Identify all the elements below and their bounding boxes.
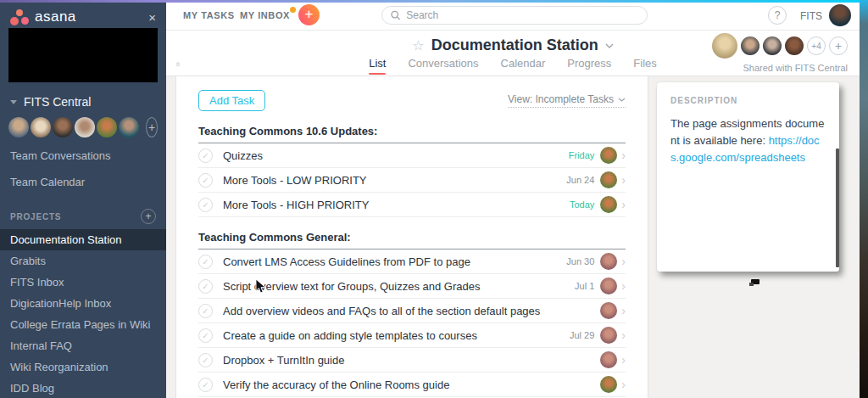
assignee-avatar[interactable] bbox=[600, 277, 617, 294]
complete-check-icon[interactable]: ✓ bbox=[198, 378, 213, 392]
nav-my-tasks[interactable]: MY TASKS bbox=[183, 10, 235, 20]
task-name[interactable]: Quizzes bbox=[223, 149, 569, 162]
task-row[interactable]: ✓ More Tools - LOW PRIORITY Jun 24 › bbox=[198, 168, 626, 193]
sidebar-project-item[interactable]: IDD Blog bbox=[0, 378, 166, 398]
assignee-avatar[interactable] bbox=[600, 376, 617, 393]
title-chevron-down-icon[interactable] bbox=[605, 43, 614, 48]
add-member-button[interactable]: + bbox=[829, 36, 848, 55]
row-chevron-icon[interactable]: › bbox=[621, 255, 626, 267]
assignee-avatar[interactable] bbox=[600, 196, 617, 213]
complete-check-icon[interactable]: ✓ bbox=[198, 198, 213, 212]
user-avatar[interactable] bbox=[829, 4, 851, 26]
avatar[interactable] bbox=[53, 117, 73, 137]
sidebar-project-item[interactable]: Grabits bbox=[0, 250, 166, 272]
tab-files[interactable]: Files bbox=[633, 57, 656, 70]
task-name[interactable]: Add overview videos and FAQs to all of t… bbox=[223, 305, 594, 317]
tab-progress[interactable]: Progress bbox=[567, 57, 611, 70]
member-avatar[interactable] bbox=[741, 36, 760, 55]
new-task-button[interactable]: + bbox=[298, 4, 320, 25]
chevron-down-icon bbox=[618, 98, 626, 102]
row-chevron-icon[interactable]: › bbox=[621, 199, 626, 210]
task-row[interactable]: ✓ Dropbox + TurnItIn guide › bbox=[198, 348, 626, 373]
complete-check-icon[interactable]: ✓ bbox=[198, 255, 213, 269]
row-chevron-icon[interactable]: › bbox=[621, 280, 626, 292]
due-date: Jul 29 bbox=[570, 330, 594, 340]
row-chevron-icon[interactable]: › bbox=[621, 354, 626, 366]
view-filter-dropdown[interactable]: View: Incomplete Tasks bbox=[508, 93, 626, 108]
task-name[interactable]: Create a guide on adding style templates… bbox=[223, 329, 570, 342]
sidebar-project-item[interactable]: FITS Inbox bbox=[0, 272, 166, 293]
add-member-button[interactable]: + bbox=[146, 117, 158, 137]
member-avatar[interactable] bbox=[785, 36, 804, 55]
avatar[interactable] bbox=[119, 117, 139, 137]
avatar[interactable] bbox=[75, 117, 95, 137]
avatar[interactable] bbox=[31, 117, 51, 137]
task-row[interactable]: ✓ Create a guide on adding style templat… bbox=[198, 323, 626, 348]
sidebar-project-item[interactable]: College Errata Pages in Wiki bbox=[0, 314, 166, 335]
add-project-button[interactable]: + bbox=[141, 209, 156, 224]
collapse-header-icon[interactable]: » bbox=[172, 62, 182, 67]
assignee-avatar[interactable] bbox=[600, 302, 617, 319]
scrollbar-thumb[interactable] bbox=[836, 149, 839, 267]
task-row[interactable]: ✓ Quizzes Friday › bbox=[198, 143, 626, 168]
task-row[interactable]: ✓ Verify the accuracy of the Online Room… bbox=[198, 373, 626, 397]
task-name[interactable]: More Tools - LOW PRIORITY bbox=[223, 174, 566, 187]
complete-check-icon[interactable]: ✓ bbox=[198, 328, 213, 343]
search-box[interactable] bbox=[381, 6, 648, 25]
sidebar-project-item[interactable]: Wiki Reorganization bbox=[0, 356, 166, 378]
sidebar-item-team-calendar[interactable]: Team Calendar bbox=[0, 169, 166, 195]
task-name[interactable]: Convert LMS Access Guidelines from PDF t… bbox=[223, 255, 566, 268]
row-chevron-icon[interactable]: › bbox=[621, 174, 626, 186]
sidebar-project-item[interactable]: DigicationHelp Inbox bbox=[0, 293, 166, 314]
member-avatar[interactable] bbox=[712, 33, 737, 59]
help-button[interactable]: ? bbox=[768, 6, 787, 25]
workspace-label[interactable]: FITS bbox=[800, 10, 822, 22]
task-name[interactable]: Verify the accuracy of the Online Rooms … bbox=[223, 378, 594, 391]
assignee-avatar[interactable] bbox=[600, 351, 617, 368]
section-title: Teaching Commons General: bbox=[198, 217, 626, 249]
avatar[interactable] bbox=[97, 117, 117, 137]
task-row[interactable]: ✓ Add overview videos and FAQs to all of… bbox=[198, 299, 626, 323]
shared-with-label: Shared with FITS Central bbox=[743, 63, 849, 73]
task-sections: Teaching Commons 10.6 Updates: ✓ Quizzes… bbox=[198, 111, 626, 397]
assignee-avatar[interactable] bbox=[600, 327, 617, 344]
sidebar-project-item[interactable]: Internal FAQ bbox=[0, 335, 166, 356]
row-chevron-icon[interactable]: › bbox=[621, 305, 626, 317]
projects-heading: PROJECTS bbox=[10, 212, 61, 221]
avatar[interactable] bbox=[8, 117, 29, 137]
description-text: The page assignments document is availab… bbox=[670, 115, 826, 166]
complete-check-icon[interactable]: ✓ bbox=[198, 304, 213, 318]
task-row[interactable]: ✓ Convert LMS Access Guidelines from PDF… bbox=[198, 249, 626, 274]
favorite-star-icon[interactable]: ☆ bbox=[412, 37, 424, 53]
tab-list[interactable]: List bbox=[369, 57, 386, 70]
assignee-avatar[interactable] bbox=[600, 253, 617, 270]
task-name[interactable]: More Tools - HIGH PRIORITY bbox=[223, 199, 570, 211]
member-avatar[interactable] bbox=[763, 36, 782, 55]
complete-check-icon[interactable]: ✓ bbox=[198, 149, 213, 163]
add-task-button[interactable]: Add Task bbox=[198, 90, 265, 111]
complete-check-icon[interactable]: ✓ bbox=[198, 173, 213, 188]
complete-check-icon[interactable]: ✓ bbox=[198, 279, 213, 294]
row-chevron-icon[interactable]: › bbox=[621, 378, 626, 390]
sidebar-project-item[interactable]: Documentation Station bbox=[0, 229, 166, 250]
complete-check-icon[interactable]: ✓ bbox=[198, 353, 213, 367]
task-name[interactable]: Dropbox + TurnItIn guide bbox=[223, 354, 594, 367]
close-icon[interactable]: × bbox=[148, 10, 156, 25]
row-chevron-icon[interactable]: › bbox=[621, 329, 626, 341]
tab-conversations[interactable]: Conversations bbox=[408, 57, 478, 70]
desktop-background-edge bbox=[860, 0, 868, 398]
task-name[interactable]: Script overview text for Groups, Quizzes… bbox=[223, 280, 575, 293]
nav-my-inbox[interactable]: MY INBOX bbox=[240, 10, 290, 20]
sidebar-item-team-conversations[interactable]: Team Conversations bbox=[0, 143, 166, 169]
asana-logo[interactable]: asana bbox=[10, 8, 148, 25]
task-list-panel: Add Task View: Incomplete Tasks Teaching… bbox=[175, 76, 648, 398]
mouse-cursor bbox=[255, 278, 266, 294]
assignee-avatar[interactable] bbox=[600, 171, 617, 188]
tab-calendar[interactable]: Calendar bbox=[501, 57, 546, 70]
assignee-avatar[interactable] bbox=[600, 147, 617, 164]
row-chevron-icon[interactable]: › bbox=[621, 149, 626, 161]
member-overflow-count[interactable]: +4 bbox=[807, 36, 826, 55]
search-input[interactable] bbox=[406, 9, 638, 21]
task-row[interactable]: ✓ More Tools - HIGH PRIORITY Today › bbox=[198, 193, 626, 217]
team-name[interactable]: FITS Central bbox=[3, 92, 166, 112]
